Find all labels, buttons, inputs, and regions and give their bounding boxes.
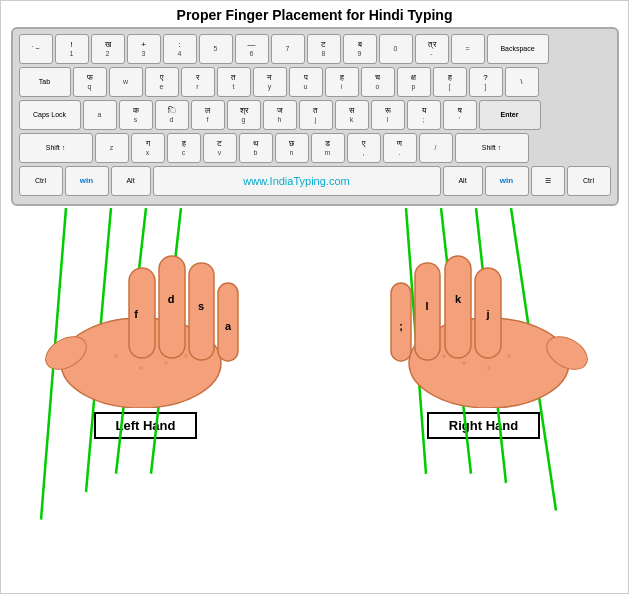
key-n[interactable]: छn: [275, 133, 309, 163]
right-hand-label: Right Hand: [427, 412, 540, 439]
key-v[interactable]: टv: [203, 133, 237, 163]
key-s[interactable]: कs: [119, 100, 153, 130]
key-5[interactable]: 5: [199, 34, 233, 64]
key-period[interactable]: ण.: [383, 133, 417, 163]
svg-point-20: [164, 361, 168, 365]
key-h[interactable]: जh: [263, 100, 297, 130]
key-b[interactable]: थb: [239, 133, 273, 163]
key-row-4: Shift ↑ z गx हc टv थb छn डm ए, ण. / Shif…: [19, 133, 611, 163]
key-ctrl-right[interactable]: Ctrl: [567, 166, 611, 196]
page-title: Proper Finger Placement for Hindi Typing: [177, 7, 453, 23]
key-7[interactable]: 7: [271, 34, 305, 64]
svg-point-32: [507, 354, 511, 358]
svg-text:a: a: [224, 320, 231, 332]
key-alt-left[interactable]: Alt: [111, 166, 151, 196]
key-8[interactable]: ट8: [307, 34, 341, 64]
svg-rect-11: [159, 256, 185, 358]
key-2[interactable]: ख2: [91, 34, 125, 64]
key-d[interactable]: िd: [155, 100, 189, 130]
key-rbracket[interactable]: ?]: [469, 67, 503, 97]
key-minus[interactable]: त्र-: [415, 34, 449, 64]
svg-text:f: f: [134, 308, 138, 320]
svg-text:s: s: [197, 300, 203, 312]
svg-text:d: d: [167, 293, 174, 305]
svg-rect-10: [129, 268, 155, 358]
key-m[interactable]: डm: [311, 133, 345, 163]
key-backslash[interactable]: \: [505, 67, 539, 97]
svg-rect-25: [445, 256, 471, 358]
key-9[interactable]: ब9: [343, 34, 377, 64]
key-r[interactable]: रr: [181, 67, 215, 97]
key-backspace[interactable]: Backspace: [487, 34, 549, 64]
svg-point-18: [114, 354, 118, 358]
key-row-5: Ctrl win Alt www.IndiaTyping.com Alt win…: [19, 166, 611, 196]
right-hand-container: j k l ; Right Hand: [349, 208, 619, 593]
svg-point-34: [462, 361, 466, 365]
key-win-right[interactable]: win: [485, 166, 529, 196]
key-o[interactable]: चo: [361, 67, 395, 97]
svg-text:;: ;: [399, 320, 403, 332]
key-6[interactable]: —6: [235, 34, 269, 64]
svg-point-21: [184, 354, 188, 358]
key-enter[interactable]: Enter: [479, 100, 541, 130]
key-row-3: Caps Lock a कs िd लf श्रg जh तj सk रूl य…: [19, 100, 611, 130]
key-row-2: Tab फq w एe रr तt नy पu हi चo क्षp ह[ ?]…: [19, 67, 611, 97]
key-t[interactable]: तt: [217, 67, 251, 97]
right-hand-image: j k l ;: [349, 208, 619, 408]
key-win-left[interactable]: win: [65, 166, 109, 196]
key-3[interactable]: +3: [127, 34, 161, 64]
key-u[interactable]: पu: [289, 67, 323, 97]
key-lbracket[interactable]: ह[: [433, 67, 467, 97]
key-x[interactable]: गx: [131, 133, 165, 163]
key-q[interactable]: फq: [73, 67, 107, 97]
key-comma[interactable]: ए,: [347, 133, 381, 163]
key-shift-right[interactable]: Shift ↑: [455, 133, 529, 163]
key-1[interactable]: !1: [55, 34, 89, 64]
key-e[interactable]: एe: [145, 67, 179, 97]
key-4[interactable]: :4: [163, 34, 197, 64]
key-alt-right[interactable]: Alt: [443, 166, 483, 196]
watermark-text: www.IndiaTyping.com: [243, 175, 349, 187]
hands-area: f d s a Left Hand: [11, 208, 619, 593]
key-caps-lock[interactable]: Caps Lock: [19, 100, 81, 130]
svg-text:j: j: [485, 308, 489, 320]
svg-point-35: [442, 354, 446, 358]
svg-point-33: [487, 366, 491, 370]
keyboard: ` ~ !1 ख2 +3 :4 5 —6 7 ट8 ब9 0 त्र- = Ba…: [11, 27, 619, 206]
key-y[interactable]: नy: [253, 67, 287, 97]
key-p[interactable]: क्षp: [397, 67, 431, 97]
key-backtick[interactable]: ` ~: [19, 34, 53, 64]
left-hand-label: Left Hand: [94, 412, 198, 439]
key-l[interactable]: रूl: [371, 100, 405, 130]
key-c[interactable]: हc: [167, 133, 201, 163]
left-hand-container: f d s a Left Hand: [11, 208, 281, 593]
key-f[interactable]: लf: [191, 100, 225, 130]
key-j[interactable]: तj: [299, 100, 333, 130]
key-row-1: ` ~ !1 ख2 +3 :4 5 —6 7 ट8 ब9 0 त्र- = Ba…: [19, 34, 611, 64]
key-shift-left[interactable]: Shift ↑: [19, 133, 93, 163]
key-semicolon[interactable]: य;: [407, 100, 441, 130]
svg-text:l: l: [425, 300, 428, 312]
key-z[interactable]: z: [95, 133, 129, 163]
key-a[interactable]: a: [83, 100, 117, 130]
key-i[interactable]: हi: [325, 67, 359, 97]
key-tab[interactable]: Tab: [19, 67, 71, 97]
svg-point-19: [139, 366, 143, 370]
key-equals[interactable]: =: [451, 34, 485, 64]
key-g[interactable]: श्रg: [227, 100, 261, 130]
key-menu[interactable]: ☰: [531, 166, 565, 196]
key-slash[interactable]: /: [419, 133, 453, 163]
key-quote[interactable]: ष': [443, 100, 477, 130]
key-ctrl-left[interactable]: Ctrl: [19, 166, 63, 196]
key-space[interactable]: www.IndiaTyping.com: [153, 166, 441, 196]
key-0[interactable]: 0: [379, 34, 413, 64]
key-w[interactable]: w: [109, 67, 143, 97]
left-hand-image: f d s a: [11, 208, 281, 408]
svg-text:k: k: [454, 293, 461, 305]
key-k[interactable]: सk: [335, 100, 369, 130]
